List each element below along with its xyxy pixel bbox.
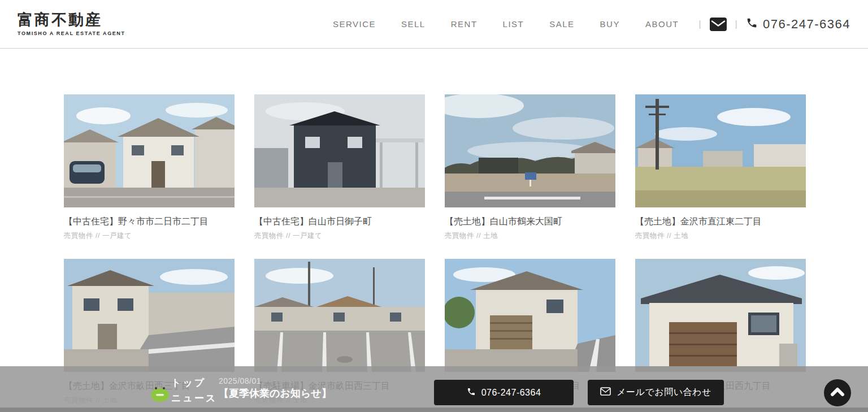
header-divider: | bbox=[698, 19, 701, 30]
property-photo bbox=[64, 94, 235, 207]
property-photo bbox=[635, 94, 806, 207]
listing-meta: 売買物件 // 土地 bbox=[635, 231, 806, 241]
listing-card[interactable]: 【売土地】白山市鶴来大国町 売買物件 // 土地 bbox=[445, 94, 615, 241]
header-phone-link[interactable]: 076-247-6364 bbox=[746, 17, 850, 32]
listings-grid: 【中古住宅】野々市市二日市二丁目 売買物件 // 一戸建て 【中古住宅】白山市日… bbox=[64, 94, 806, 405]
news-label-bottom: ニュース bbox=[171, 391, 217, 406]
listing-title: 【中古住宅】白山市日御子町 bbox=[254, 216, 425, 227]
site-header: 富商不動産 TOMISHO A REAL ESTATE AGENT SERVIC… bbox=[0, 0, 868, 49]
header-right: SERVICE SELL RENT LIST SALE BUY ABOUT | … bbox=[333, 17, 850, 32]
phone-icon bbox=[467, 387, 476, 398]
nav-item-sell[interactable]: SELL bbox=[401, 19, 426, 29]
listing-card[interactable]: 【売土地】金沢市直江東二丁目 売買物件 // 土地 bbox=[635, 94, 806, 241]
back-to-top-button[interactable] bbox=[824, 379, 851, 406]
property-photo bbox=[445, 94, 615, 207]
property-photo bbox=[64, 259, 235, 372]
news-label: トップ ニュース bbox=[171, 375, 217, 406]
mail-contact-button[interactable]: メールでお問い合わせ bbox=[588, 380, 724, 405]
property-photo bbox=[445, 259, 615, 372]
property-photo bbox=[635, 259, 806, 372]
news-item[interactable]: 2025/08/01 【夏季休業のお知らせ】 bbox=[219, 370, 332, 400]
header-divider-2: | bbox=[735, 19, 737, 30]
site-logo[interactable]: 富商不動産 TOMISHO A REAL ESTATE AGENT bbox=[18, 12, 125, 37]
listing-card[interactable]: 【中古住宅】野々市市二日市二丁目 売買物件 // 一戸建て bbox=[64, 94, 235, 241]
listing-title: 【中古住宅】野々市市二日市二丁目 bbox=[64, 216, 235, 227]
chevron-up-icon bbox=[830, 387, 845, 399]
news-label-top: トップ bbox=[171, 375, 217, 391]
listing-meta: 売買物件 // 一戸建て bbox=[254, 231, 425, 241]
news-headline: 【夏季休業のお知らせ】 bbox=[219, 387, 332, 400]
news-contact-bar: トップ ニュース 2025/08/01 【夏季休業のお知らせ】 076-247-… bbox=[0, 366, 868, 412]
nav-item-buy[interactable]: BUY bbox=[600, 19, 620, 29]
page: 富商不動産 TOMISHO A REAL ESTATE AGENT SERVIC… bbox=[0, 0, 868, 412]
nav-item-list[interactable]: LIST bbox=[503, 19, 524, 29]
news-date: 2025/08/01 bbox=[219, 375, 332, 387]
nav-item-about[interactable]: ABOUT bbox=[645, 19, 679, 29]
property-photo bbox=[254, 259, 425, 372]
footer-edge bbox=[0, 407, 868, 412]
phone-icon bbox=[746, 17, 758, 31]
phone-button-label: 076-247-6364 bbox=[481, 388, 541, 398]
main-nav: SERVICE SELL RENT LIST SALE BUY ABOUT bbox=[333, 19, 679, 29]
listing-title: 【売土地】白山市鶴来大国町 bbox=[445, 216, 615, 227]
header-mail-icon[interactable] bbox=[710, 18, 727, 31]
listing-meta: 売買物件 // 一戸建て bbox=[64, 231, 235, 241]
phone-call-button[interactable]: 076-247-6364 bbox=[434, 380, 574, 405]
logo-subtitle: TOMISHO A REAL ESTATE AGENT bbox=[18, 31, 125, 36]
logo-title: 富商不動産 bbox=[18, 12, 125, 29]
nav-item-service[interactable]: SERVICE bbox=[333, 19, 376, 29]
listing-card[interactable]: 【中古住宅】白山市日御子町 売買物件 // 一戸建て bbox=[254, 94, 425, 241]
mail-icon bbox=[600, 387, 611, 398]
nav-item-sale[interactable]: SALE bbox=[549, 19, 574, 29]
header-phone-number: 076-247-6364 bbox=[763, 17, 850, 32]
listing-title: 【売土地】金沢市直江東二丁目 bbox=[635, 216, 806, 227]
property-photo bbox=[254, 94, 425, 207]
listing-meta: 売買物件 // 土地 bbox=[445, 231, 615, 241]
mail-button-label: メールでお問い合わせ bbox=[617, 387, 711, 398]
news-mascot-icon bbox=[150, 385, 170, 405]
nav-item-rent[interactable]: RENT bbox=[451, 19, 478, 29]
